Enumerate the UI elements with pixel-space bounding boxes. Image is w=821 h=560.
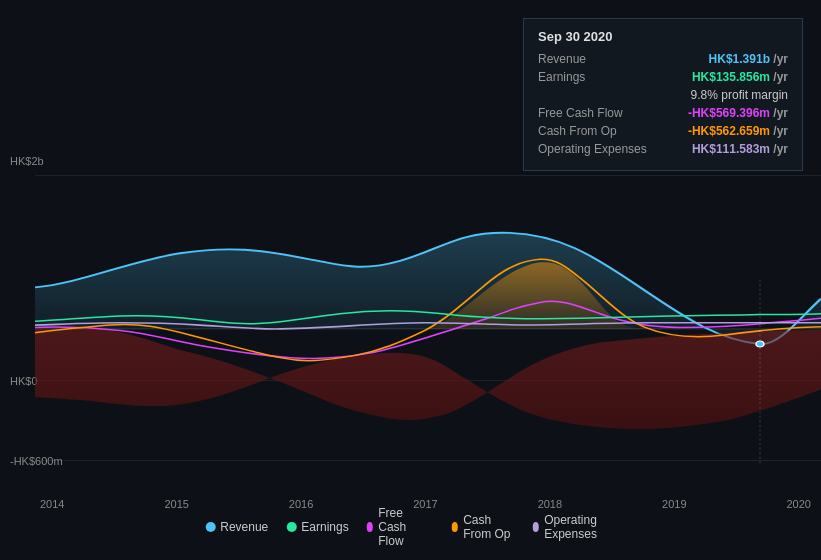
tooltip-opex-label: Operating Expenses xyxy=(538,142,647,156)
legend-label-opex: Operating Expenses xyxy=(544,513,616,541)
legend-label-earnings: Earnings xyxy=(301,520,348,534)
legend-item-earnings[interactable]: Earnings xyxy=(286,520,348,534)
chart-svg xyxy=(0,155,821,465)
legend: Revenue Earnings Free Cash Flow Cash Fro… xyxy=(205,506,616,548)
tooltip-card: Sep 30 2020 Revenue HK$1.391b /yr Earnin… xyxy=(523,18,803,171)
x-label-2019: 2019 xyxy=(662,498,686,510)
tooltip-fcf-label: Free Cash Flow xyxy=(538,106,623,120)
legend-item-opex[interactable]: Operating Expenses xyxy=(533,513,616,541)
x-label-2020: 2020 xyxy=(786,498,810,510)
tooltip-revenue-value: HK$1.391b /yr xyxy=(709,52,788,66)
tooltip-profit-margin-row: 9.8% profit margin xyxy=(538,88,788,102)
tooltip-opex-value: HK$111.583m /yr xyxy=(692,142,788,156)
legend-dot-fcf xyxy=(367,522,374,532)
tooltip-earnings-label: Earnings xyxy=(538,70,585,84)
legend-label-revenue: Revenue xyxy=(220,520,268,534)
legend-item-cashop[interactable]: Cash From Op xyxy=(452,513,515,541)
legend-dot-revenue xyxy=(205,522,215,532)
legend-item-fcf[interactable]: Free Cash Flow xyxy=(367,506,434,548)
tooltip-fcf-value: -HK$569.396m /yr xyxy=(688,106,788,120)
tooltip-cashop-row: Cash From Op -HK$562.659m /yr xyxy=(538,124,788,138)
tooltip-profit-margin-value: 9.8% profit margin xyxy=(691,88,788,102)
tooltip-revenue-label: Revenue xyxy=(538,52,586,66)
tooltip-revenue-row: Revenue HK$1.391b /yr xyxy=(538,52,788,66)
tooltip-cashop-value: -HK$562.659m /yr xyxy=(688,124,788,138)
tooltip-cashop-label: Cash From Op xyxy=(538,124,617,138)
tooltip-earnings-value: HK$135.856m /yr xyxy=(692,70,788,84)
legend-label-cashop: Cash From Op xyxy=(463,513,514,541)
legend-item-revenue[interactable]: Revenue xyxy=(205,520,268,534)
legend-label-fcf: Free Cash Flow xyxy=(378,506,433,548)
tooltip-fcf-row: Free Cash Flow -HK$569.396m /yr xyxy=(538,106,788,120)
tooltip-date: Sep 30 2020 xyxy=(538,29,788,44)
tooltip-earnings-row: Earnings HK$135.856m /yr xyxy=(538,70,788,84)
legend-dot-cashop xyxy=(452,522,459,532)
legend-dot-opex xyxy=(533,522,540,532)
x-label-2014: 2014 xyxy=(40,498,64,510)
tooltip-opex-row: Operating Expenses HK$111.583m /yr xyxy=(538,142,788,156)
legend-dot-earnings xyxy=(286,522,296,532)
svg-point-2 xyxy=(756,341,764,347)
x-label-2015: 2015 xyxy=(164,498,188,510)
